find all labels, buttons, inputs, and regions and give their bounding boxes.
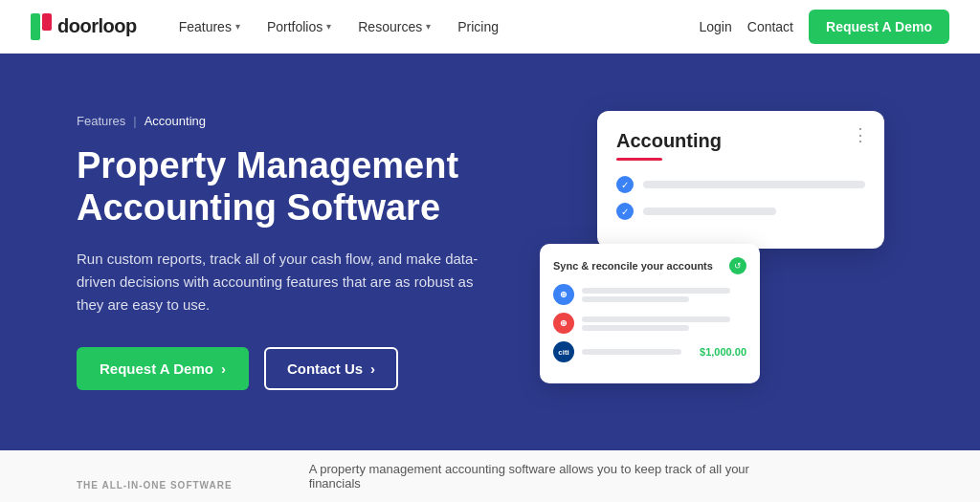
chevron-down-icon: ▾ <box>426 21 431 32</box>
hero-title: Property Management Accounting Software <box>77 145 490 229</box>
breadcrumb-current: Accounting <box>145 114 206 128</box>
contact-us-button[interactable]: Contact Us › <box>264 347 398 390</box>
check-icon-2: ✓ <box>616 203 634 220</box>
card-row-1: ✓ <box>616 176 865 193</box>
card-row-2: ✓ <box>616 203 865 220</box>
hero-description: Run custom reports, track all of your ca… <box>77 248 488 316</box>
breadcrumb: Features | Accounting <box>77 114 490 128</box>
bank-icon-2: ⊕ <box>553 313 574 334</box>
mini-bar-top <box>582 316 730 322</box>
mini-bar-top <box>582 349 681 355</box>
more-options-icon[interactable]: ⋮ <box>852 124 871 145</box>
bank-bars-1 <box>582 288 746 302</box>
sync-card-title: Sync & reconcile your accounts <box>553 260 713 272</box>
request-demo-button[interactable]: Request A Demo <box>809 10 949 44</box>
bar-line-2 <box>643 207 776 215</box>
bottom-label: THE ALL-IN-ONE SOFTWARE <box>77 480 233 491</box>
check-icon-1: ✓ <box>616 176 634 193</box>
bar-line-1 <box>643 181 865 188</box>
bank-row-1: ⊕ <box>553 284 746 305</box>
bank-icon-1: ⊕ <box>553 284 574 305</box>
login-link[interactable]: Login <box>700 19 732 34</box>
title-underline <box>616 158 662 161</box>
nav-item-features[interactable]: Features ▾ <box>167 11 252 42</box>
logo[interactable]: doorloop <box>31 13 137 40</box>
card-title: Accounting <box>616 130 865 152</box>
accounting-card: ⋮ Accounting ✓ ✓ <box>597 111 884 249</box>
mini-bar-top <box>582 288 730 294</box>
navbar: doorloop Features ▾ Portfolios ▾ Resourc… <box>0 0 980 54</box>
breadcrumb-parent: Features <box>77 114 125 128</box>
nav-links: Features ▾ Portfolios ▾ Resources ▾ Pric… <box>167 11 700 42</box>
arrow-icon: › <box>370 360 375 377</box>
hero-buttons: Request A Demo › Contact Us › <box>77 347 490 390</box>
breadcrumb-separator: | <box>133 114 136 128</box>
chevron-down-icon: ▾ <box>235 21 240 32</box>
svg-rect-0 <box>31 13 40 40</box>
hero-content: Features | Accounting Property Managemen… <box>77 114 490 390</box>
transaction-amount: $1,000.00 <box>700 346 746 358</box>
logo-icon <box>31 13 52 40</box>
bank-bars-3 <box>582 349 692 355</box>
sync-card-header: Sync & reconcile your accounts ↺ <box>553 257 746 274</box>
mini-bar-bottom <box>582 325 689 331</box>
svg-rect-1 <box>42 13 52 31</box>
nav-right: Login Contact Request A Demo <box>700 10 950 44</box>
bottom-section: THE ALL-IN-ONE SOFTWARE A property manag… <box>0 450 980 502</box>
bank-row-2: ⊕ <box>553 313 746 334</box>
arrow-icon: › <box>221 360 226 377</box>
bank-row-3: citi $1,000.00 <box>553 341 746 362</box>
hero-section: Features | Accounting Property Managemen… <box>0 54 980 450</box>
nav-item-portfolios[interactable]: Portfolios ▾ <box>256 11 343 42</box>
chevron-down-icon: ▾ <box>326 21 331 32</box>
sync-card: Sync & reconcile your accounts ↺ ⊕ ⊕ cit… <box>540 244 760 383</box>
nav-item-resources[interactable]: Resources ▾ <box>346 11 442 42</box>
bank-bars-2 <box>582 316 746 331</box>
sync-icon: ↺ <box>729 257 746 274</box>
hero-illustration: ⋮ Accounting ✓ ✓ Sync & reconcile your a… <box>490 92 903 412</box>
contact-link[interactable]: Contact <box>747 19 793 34</box>
bank-icon-3: citi <box>553 341 574 362</box>
bottom-description: A property management accounting softwar… <box>309 462 788 491</box>
mini-bar-bottom <box>582 296 689 302</box>
request-demo-hero-button[interactable]: Request A Demo › <box>77 347 249 390</box>
logo-text: doorloop <box>57 15 137 37</box>
nav-item-pricing[interactable]: Pricing <box>446 11 510 42</box>
